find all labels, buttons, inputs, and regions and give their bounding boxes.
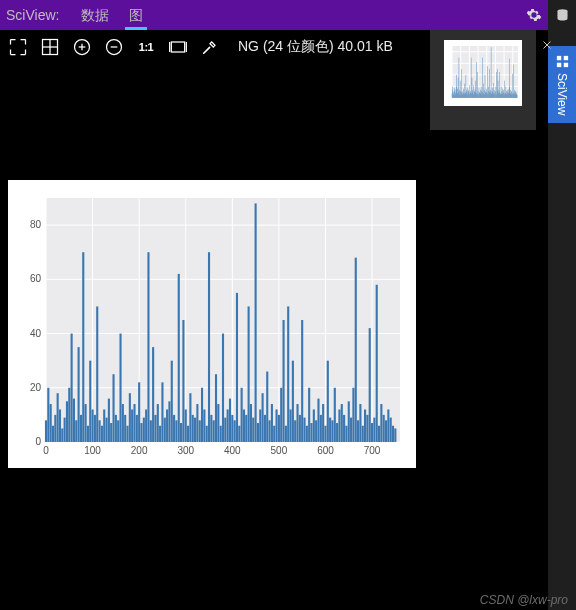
svg-rect-259 (189, 393, 191, 442)
svg-rect-204 (61, 428, 63, 442)
svg-text:400: 400 (224, 445, 241, 456)
svg-rect-279 (236, 293, 238, 442)
svg-rect-206 (66, 401, 68, 442)
svg-rect-315 (320, 415, 322, 442)
svg-rect-318 (327, 361, 329, 442)
svg-rect-12 (556, 56, 560, 60)
header-bar: SciView: 数据 图 (0, 0, 576, 30)
svg-rect-298 (280, 388, 282, 442)
svg-rect-205 (64, 418, 66, 442)
svg-rect-260 (192, 415, 194, 442)
svg-rect-332 (359, 404, 361, 442)
thumbnail-panel (430, 30, 536, 130)
svg-text:40: 40 (30, 328, 42, 339)
svg-rect-326 (345, 426, 347, 442)
svg-rect-317 (324, 426, 326, 442)
tab-data[interactable]: 数据 (71, 0, 119, 30)
svg-rect-306 (299, 415, 301, 442)
svg-rect-237 (138, 382, 140, 442)
svg-rect-224 (108, 399, 110, 442)
svg-rect-324 (341, 404, 343, 442)
svg-rect-312 (313, 409, 315, 442)
rail-database-icon[interactable] (548, 0, 576, 30)
svg-rect-345 (390, 418, 392, 442)
svg-rect-278 (234, 420, 236, 442)
svg-rect-270 (215, 374, 217, 442)
svg-rect-266 (206, 426, 208, 442)
svg-rect-331 (357, 420, 359, 442)
svg-rect-272 (220, 426, 222, 442)
rail-item-sciview[interactable]: SciView (548, 46, 576, 123)
svg-rect-228 (117, 420, 119, 442)
svg-rect-234 (131, 409, 133, 442)
svg-rect-225 (110, 423, 112, 442)
svg-rect-240 (145, 409, 147, 442)
svg-rect-322 (336, 423, 338, 442)
svg-rect-347 (394, 428, 396, 442)
svg-rect-256 (182, 320, 184, 442)
svg-rect-265 (203, 409, 205, 442)
thumbnail-image[interactable] (444, 40, 522, 106)
svg-rect-336 (369, 328, 371, 442)
svg-rect-323 (338, 409, 340, 442)
svg-rect-202 (57, 393, 59, 442)
svg-text:60: 60 (30, 273, 42, 284)
svg-rect-215 (87, 426, 89, 442)
gear-icon[interactable] (522, 0, 546, 30)
svg-rect-290 (262, 393, 264, 442)
main-chart: 0204060800100200300400500600700 (8, 180, 416, 468)
svg-rect-238 (140, 423, 142, 442)
svg-rect-287 (255, 203, 257, 442)
svg-rect-289 (259, 409, 261, 442)
svg-rect-341 (380, 404, 382, 442)
svg-rect-248 (164, 418, 166, 442)
svg-rect-277 (231, 415, 233, 442)
svg-rect-296 (276, 409, 278, 442)
svg-rect-267 (208, 252, 210, 442)
svg-rect-299 (282, 320, 284, 442)
sciview-icon (555, 54, 570, 69)
fit-screen-icon[interactable] (168, 37, 188, 57)
svg-rect-253 (175, 420, 177, 442)
svg-rect-319 (329, 418, 331, 442)
svg-rect-257 (185, 409, 187, 442)
svg-text:100: 100 (84, 445, 101, 456)
svg-rect-216 (89, 361, 91, 442)
svg-rect-288 (257, 423, 259, 442)
svg-rect-246 (159, 426, 161, 442)
svg-rect-13 (563, 56, 567, 60)
watermark: CSDN @lxw-pro (480, 593, 568, 607)
svg-rect-208 (71, 334, 73, 442)
tab-figure[interactable]: 图 (119, 0, 153, 30)
svg-text:600: 600 (317, 445, 334, 456)
svg-rect-333 (362, 426, 364, 442)
svg-rect-14 (556, 63, 560, 67)
svg-rect-284 (248, 306, 250, 442)
svg-rect-222 (103, 409, 105, 442)
svg-rect-201 (54, 415, 56, 442)
svg-rect-335 (366, 415, 368, 442)
svg-rect-294 (271, 404, 273, 442)
svg-rect-211 (78, 347, 80, 442)
zoom-out-icon[interactable] (104, 37, 124, 57)
svg-rect-254 (178, 274, 180, 442)
grid-icon[interactable] (40, 37, 60, 57)
svg-rect-275 (227, 409, 229, 442)
svg-rect-316 (322, 404, 324, 442)
svg-rect-314 (317, 399, 319, 442)
svg-rect-233 (129, 393, 131, 442)
fullscreen-icon[interactable] (8, 37, 28, 57)
one-to-one-icon[interactable]: 1:1 (136, 37, 156, 57)
zoom-in-icon[interactable] (72, 37, 92, 57)
svg-rect-200 (52, 426, 54, 442)
svg-rect-197 (45, 420, 47, 442)
svg-rect-258 (187, 426, 189, 442)
eyedropper-icon[interactable] (200, 37, 220, 57)
svg-rect-313 (315, 420, 317, 442)
svg-rect-308 (303, 418, 305, 442)
close-icon[interactable] (538, 36, 556, 54)
svg-text:200: 200 (131, 445, 148, 456)
svg-rect-295 (273, 426, 275, 442)
svg-rect-249 (166, 409, 168, 442)
rail-item-sciview-label: SciView (555, 73, 569, 115)
